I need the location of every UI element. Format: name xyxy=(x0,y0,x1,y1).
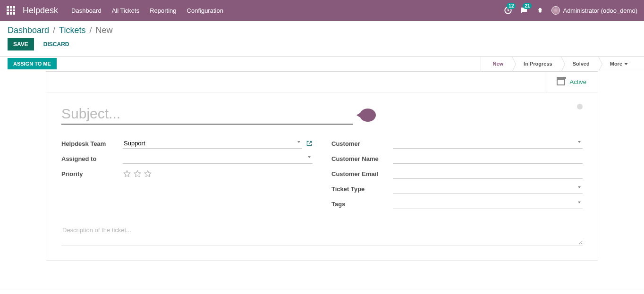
helpdesk-team-label: Helpdesk Team xyxy=(61,140,123,147)
chevron-down-icon xyxy=(624,63,628,65)
customer-select[interactable] xyxy=(393,138,583,149)
bug-icon[interactable] xyxy=(535,6,545,15)
right-column: Customer Customer Name Customer Ema xyxy=(331,138,583,213)
breadcrumb-tickets[interactable]: Tickets xyxy=(59,25,85,35)
kanban-state-dot[interactable] xyxy=(577,104,583,109)
topnav: Helpdesk Dashboard All Tickets Reporting… xyxy=(0,0,644,21)
active-toggle[interactable]: Active xyxy=(545,72,598,92)
stage-flow: New In Progress Solved More xyxy=(481,57,636,71)
apps-icon[interactable] xyxy=(7,6,15,15)
assign-to-me-button[interactable]: Assign to me xyxy=(8,58,57,69)
stage-label: In Progress xyxy=(524,61,552,67)
statusbar: Assign to me New In Progress Solved More xyxy=(0,56,644,71)
description-textarea[interactable] xyxy=(61,225,583,245)
customer-email-input[interactable] xyxy=(393,168,583,179)
helpdesk-team-select[interactable] xyxy=(123,138,302,149)
priority-stars xyxy=(123,169,152,178)
nav-link-dashboard[interactable]: Dashboard xyxy=(71,7,102,14)
breadcrumb-sep: / xyxy=(53,25,55,35)
nav-link-configuration[interactable]: Configuration xyxy=(187,7,223,14)
footer-separator xyxy=(0,289,644,289)
assigned-to-label: Assigned to xyxy=(61,155,123,162)
stage-label: New xyxy=(492,61,503,67)
assigned-to-select[interactable] xyxy=(123,153,313,164)
user-menu[interactable]: Administrator (odoo_demo) xyxy=(551,6,637,15)
breadcrumb-dashboard[interactable]: Dashboard xyxy=(8,25,49,35)
tags-select[interactable] xyxy=(393,199,583,209)
save-button[interactable]: Save xyxy=(8,38,34,50)
user-label: Administrator (odoo_demo) xyxy=(563,7,637,14)
nav-link-all-tickets[interactable]: All Tickets xyxy=(112,7,140,14)
form-sheet: Active Helpdesk Team xyxy=(46,71,598,260)
activity-count: 12 xyxy=(507,3,516,9)
subhead: Dashboard / Tickets / New Save Discard xyxy=(0,21,644,50)
nav-link-reporting[interactable]: Reporting xyxy=(150,7,176,14)
subject-input[interactable] xyxy=(61,104,353,125)
discard-button[interactable]: Discard xyxy=(41,41,72,48)
ticket-type-select[interactable] xyxy=(393,184,583,194)
avatar-icon xyxy=(551,6,560,15)
active-label: Active xyxy=(570,78,586,85)
breadcrumb-current: New xyxy=(95,25,112,35)
customer-name-label: Customer Name xyxy=(331,155,393,162)
tags-label: Tags xyxy=(331,201,393,208)
breadcrumb-sep: / xyxy=(89,25,92,35)
nav-links: Dashboard All Tickets Reporting Configur… xyxy=(71,7,223,14)
activity-icon[interactable]: 12 xyxy=(503,6,513,15)
stage-solved[interactable]: Solved xyxy=(561,57,598,71)
external-link-icon[interactable] xyxy=(306,140,313,147)
stage-label: More xyxy=(610,61,622,67)
star-1[interactable] xyxy=(123,169,131,178)
messages-icon[interactable]: 21 xyxy=(519,6,529,15)
brand-title[interactable]: Helpdesk xyxy=(23,6,58,16)
star-2[interactable] xyxy=(133,169,142,178)
breadcrumb: Dashboard / Tickets / New xyxy=(8,25,636,35)
stage-more[interactable]: More xyxy=(598,57,636,71)
speech-bubble-icon xyxy=(360,109,376,122)
stage-new[interactable]: New xyxy=(481,57,512,71)
left-column: Helpdesk Team Assigned to xyxy=(61,138,313,213)
customer-label: Customer xyxy=(331,140,393,147)
ticket-type-label: Ticket Type xyxy=(331,185,393,193)
stage-in-progress[interactable]: In Progress xyxy=(512,57,561,71)
messages-count: 21 xyxy=(523,3,532,9)
customer-name-input[interactable] xyxy=(393,153,583,164)
star-3[interactable] xyxy=(144,169,152,178)
customer-email-label: Customer Email xyxy=(331,170,393,177)
stage-label: Solved xyxy=(573,61,590,67)
priority-label: Priority xyxy=(61,170,123,177)
archive-icon xyxy=(557,79,565,85)
